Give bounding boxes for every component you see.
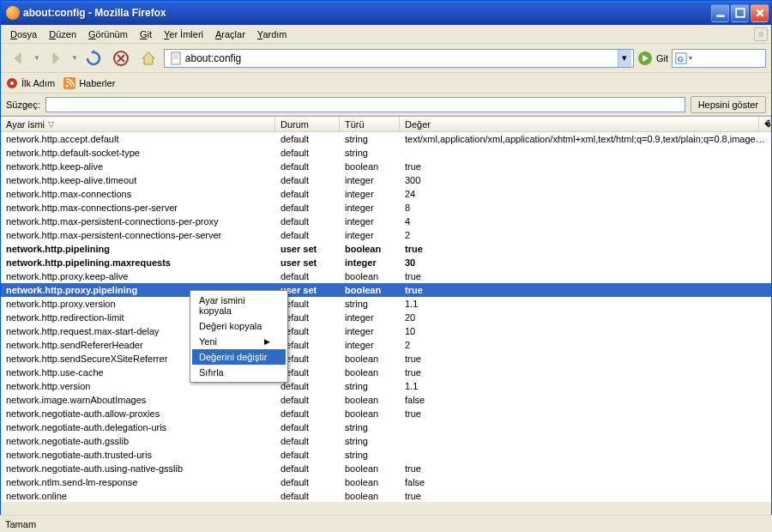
maximize-button[interactable] [731,4,749,22]
ctx-yeni[interactable]: Yeni▶ [192,334,286,349]
show-all-button[interactable]: Hepsini göster [691,96,766,113]
cell-status: default [275,408,340,419]
stop-button[interactable] [109,47,133,70]
table-row[interactable]: network.http.pipelininguser setbooleantr… [1,242,771,256]
menu-git[interactable]: Git [134,27,158,42]
cell-name: network.http.default-socket-type [1,148,275,158]
bookmarks-toolbar: İlk Adım Haberler [1,73,771,94]
cell-value: true [400,285,771,295]
cell-name: network.http.pipelining.maxrequests [1,257,275,268]
col-status[interactable]: Durum [275,117,340,131]
cell-value: true [400,408,771,419]
table-row[interactable]: network.http.use-cachedefaultbooleantrue [1,366,771,379]
table-row[interactable]: network.image.warnAboutImagesdefaultbool… [1,393,771,407]
search-dropdown-icon[interactable]: ▾ [689,54,692,62]
forward-dropdown-icon[interactable]: ▼ [71,54,78,62]
column-picker-icon[interactable]: �ছ� [759,117,771,131]
cell-type: integer [340,326,400,336]
cell-name: network.negotiate-auth.trusted-uris [1,450,275,460]
cell-type: boolean [340,244,400,254]
reload-button[interactable] [81,47,106,70]
ctx-değerini-değiştir[interactable]: Değerini değiştir [192,349,286,365]
close-button[interactable] [751,4,769,22]
table-row[interactable]: network.http.max-persistent-connections-… [1,228,771,242]
cell-value: 2 [400,340,771,350]
window-titlebar: about:config - Mozilla Firefox [1,1,771,25]
table-row[interactable]: network.http.proxy.pipelininguser setboo… [1,283,771,297]
cell-name: network.image.warnAboutImages [1,395,275,405]
cell-value: true [400,491,771,501]
filter-input[interactable] [45,97,685,112]
search-box[interactable]: G ▾ [672,49,766,68]
cell-status: default [275,189,340,199]
ctx-sıfırla[interactable]: Sıfırla [192,365,286,380]
cell-type: string [340,436,400,446]
cell-status: default [275,422,340,432]
table-row[interactable]: network.http.keep-alive.timeoutdefaultin… [1,173,771,187]
back-dropdown-icon[interactable]: ▼ [33,54,40,62]
cell-name: network.negotiate-auth.using-native-gssl… [1,463,275,474]
bookmark-ilk-adim[interactable]: İlk Adım [6,77,55,89]
cell-name: network.http.pipelining [1,244,275,254]
table-row[interactable]: network.onlinedefaultbooleantrue [1,489,771,501]
menu-araçlar[interactable]: Araçlar [209,27,251,42]
table-row[interactable]: network.ntlm.send-lm-responsedefaultbool… [1,475,771,489]
cell-type: string [340,148,400,158]
ctx-ayar-ismini-kopyala[interactable]: Ayar ismini kopyala [192,293,286,318]
cell-type: string [340,422,400,432]
menu-görünüm[interactable]: Görünüm [82,27,134,42]
table-row[interactable]: network.negotiate-auth.gsslibdefaultstri… [1,434,771,448]
menu-düzen[interactable]: Düzen [43,27,82,42]
table-body[interactable]: network.http.accept.defaultdefaultstring… [1,132,771,501]
cell-type: string [340,134,400,144]
back-button[interactable] [6,47,30,70]
table-row[interactable]: network.http.default-socket-typedefaults… [1,146,771,160]
cell-name: network.negotiate-auth.gsslib [1,436,275,446]
cell-value: text/xml,application/xml,application/xht… [400,134,771,144]
bookmark-haberler[interactable]: Haberler [63,77,115,89]
go-button[interactable] [637,51,653,66]
table-row[interactable]: network.http.redirection-limitdefaultint… [1,311,771,324]
cell-type: integer [340,189,400,199]
ctx-değeri-kopyala[interactable]: Değeri kopyala [192,318,286,334]
col-name[interactable]: Ayar ismi▽ [1,117,275,131]
table-row[interactable]: network.http.accept.defaultdefaultstring… [1,132,771,146]
table-row[interactable]: network.http.proxy.versiondefaultstring1… [1,297,771,311]
cell-status: default [275,491,340,501]
table-row[interactable]: network.http.request.max-start-delaydefa… [1,324,771,338]
cell-status: default [275,203,340,213]
cell-value: 4 [400,216,771,227]
table-row[interactable]: network.http.keep-alivedefaultbooleantru… [1,160,771,173]
table-row[interactable]: network.http.versiondefaultstring1.1 [1,379,771,393]
menu-yardım[interactable]: Yardım [251,27,293,42]
menu-yer i̇mleri[interactable]: Yer İmleri [158,27,209,42]
bookmark-label: İlk Adım [21,78,55,88]
table-row[interactable]: network.http.proxy.keep-alivedefaultbool… [1,269,771,283]
url-input[interactable] [185,52,618,64]
table-row[interactable]: network.http.sendSecureXSiteReferrerdefa… [1,352,771,366]
table-row[interactable]: network.http.max-connections-per-serverd… [1,201,771,215]
table-row[interactable]: network.negotiate-auth.trusted-urisdefau… [1,448,771,462]
col-type[interactable]: Türü [340,117,400,131]
table-row[interactable]: network.http.max-persistent-connections-… [1,215,771,228]
table-row[interactable]: network.http.sendRefererHeaderdefaultint… [1,338,771,352]
menu-dosya[interactable]: Dosya [4,27,43,42]
table-row[interactable]: network.http.max-connectionsdefaultinteg… [1,187,771,201]
search-engine-icon[interactable]: G [675,52,687,64]
url-bar[interactable]: ▾ [164,49,634,68]
cell-value: 30 [400,257,771,268]
col-value[interactable]: Değer [400,117,759,131]
cell-type: integer [340,257,400,268]
url-dropdown-icon[interactable]: ▾ [618,50,631,67]
cell-type: boolean [340,408,400,419]
minimize-button[interactable] [711,4,729,22]
table-row[interactable]: network.negotiate-auth.using-native-gssl… [1,462,771,475]
table-row[interactable]: network.negotiate-auth.delegation-urisde… [1,420,771,434]
table-row[interactable]: network.http.pipelining.maxrequestsuser … [1,256,771,269]
cell-status: user set [275,257,340,268]
cell-name: network.http.max-connections-per-server [1,203,275,213]
firefox-icon [6,6,20,20]
forward-button[interactable] [44,47,68,70]
home-button[interactable] [136,47,160,70]
table-row[interactable]: network.negotiate-auth.allow-proxiesdefa… [1,407,771,420]
